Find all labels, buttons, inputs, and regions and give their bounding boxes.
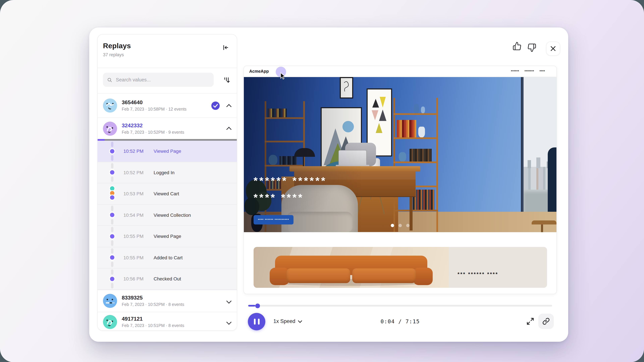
pause-icon [254,319,256,325]
product-text-panel: *** ****** **** [449,247,547,288]
event-row-logged-in[interactable]: 10:52 PM Logged In [98,162,237,183]
event-label: Checked Out [154,276,181,282]
session-row-3654640[interactable]: 3654640 Feb 7, 2023 · 10:58PM · 12 event… [98,93,237,118]
event-row-viewed-page-1[interactable]: 10:52 PM Viewed Page [98,141,237,162]
event-row-viewed-collection[interactable]: 10:54 PM Viewed Collection [98,204,237,226]
session-info: 3242332 Feb 7, 2023 · 10:52PM · 9 events [122,122,222,135]
page-title: Replays [103,42,232,50]
event-dot-teal [110,186,114,191]
event-row-checked-out[interactable]: 10:56 PM Checked Out [98,268,237,290]
check-badge-icon [211,101,220,110]
masked-nav-item: **** [540,70,545,73]
carousel-dot-active[interactable] [391,224,394,227]
avatar [103,121,117,136]
thumbs-down-icon [527,43,536,52]
session-info: 3654640 Feb 7, 2023 · 10:58PM · 12 event… [122,100,206,112]
event-row-viewed-cart[interactable]: 10:53 PM Viewed Cart [98,183,237,204]
event-time: 10:52 PM [124,170,154,175]
collapse-sidebar-button[interactable] [222,44,230,51]
event-time: 10:53 PM [124,191,154,196]
event-dot [110,255,114,260]
session-meta: Feb 7, 2023 · 10:52PM · 9 events [122,130,222,135]
couch-cushion [286,268,350,283]
fullscreen-button[interactable] [526,317,534,325]
masked-cta-label: **** ****** ********** [258,218,289,221]
link-icon [542,318,550,325]
avatar [103,315,117,329]
session-row-3242332[interactable]: 3242332 Feb 7, 2023 · 10:52PM · 9 events [98,118,237,139]
session-progress-fill [98,139,105,141]
event-label: Added to Cart [154,255,183,260]
event-time: 10:52 PM [124,149,154,154]
session-playback-progress[interactable] [98,139,237,141]
replay-viewport: AcmeApp ****** ******* **** [244,66,557,294]
event-label: Viewed Page [154,234,181,239]
carousel-dot[interactable] [398,224,402,227]
replays-sidebar: Replays 37 replays [97,34,237,331]
session-row-8339325[interactable]: 8339325 Feb 7, 2023 · 10:52PM · 8 events [98,290,237,312]
speed-selector[interactable]: 1x Speed [273,318,301,324]
collapse-left-icon [222,44,230,51]
chevron-up-icon[interactable] [226,104,232,109]
session-id: 3654640 [122,100,206,106]
event-list: 10:52 PM Viewed Page 10:52 PM Logged In … [98,141,237,290]
chevron-down-icon[interactable] [226,319,232,325]
search-section [98,68,237,93]
masked-nav-item: ******* [524,70,534,73]
chevron-down-icon[interactable] [226,298,232,303]
session-id: 8339325 [122,295,222,301]
playback-progress-handle[interactable] [255,304,260,308]
sort-button[interactable] [223,76,231,84]
event-row-added-to-cart[interactable]: 10:55 PM Added to Cart [98,247,237,268]
event-time: 10:56 PM [124,276,154,282]
replay-modal: Replays 37 replays [89,27,568,342]
event-dot-orange [110,191,114,195]
product-section: *** ****** **** [254,247,547,288]
session-info: 4917121 Feb 7, 2023 · 10:51PM · 8 events [122,316,222,328]
event-label: Logged In [154,170,174,175]
couch-cushion [352,268,416,283]
couch-product-image [254,247,449,288]
session-meta: Feb 7, 2023 · 10:58PM · 12 events [122,107,206,112]
event-time: 10:55 PM [124,255,154,260]
close-button[interactable] [546,41,560,56]
event-dot [110,195,114,200]
thumbs-up-button[interactable] [512,41,522,51]
masked-cta-button[interactable]: **** ****** ********** [254,215,294,224]
session-info: 8339325 Feb 7, 2023 · 10:52PM · 8 events [122,295,222,307]
speed-label: 1x Speed [273,318,295,324]
copy-link-button[interactable] [538,314,554,329]
session-row-4917121[interactable]: 4917121 Feb 7, 2023 · 10:51PM · 8 events [98,312,237,331]
replay-count: 37 replays [103,52,232,57]
stage: Replays 37 replays [0,0,644,362]
search-box[interactable] [103,73,214,87]
event-dot [110,170,114,175]
masked-nav-links: ****** ******* **** [511,66,545,77]
event-dot [110,149,114,154]
close-icon [550,46,556,52]
replayed-app-topbar: AcmeApp ****** ******* **** [244,66,556,77]
replay-hero-image: ****** ****** **** **** **** ****** ****… [244,77,556,232]
pause-button[interactable] [248,313,265,330]
carousel-dot[interactable] [406,224,410,227]
session-id: 4917121 [122,316,222,322]
avatar [103,294,117,308]
event-label: Viewed Collection [154,212,191,218]
thumbs-up-icon [512,41,522,51]
playback-progress-bar[interactable] [248,305,552,307]
thumbs-down-button[interactable] [527,43,536,52]
replayed-app-logo: AcmeApp [249,69,269,74]
event-dot [110,277,114,281]
event-label: Viewed Page [154,149,181,154]
event-row-viewed-page-2[interactable]: 10:55 PM Viewed Page [98,226,237,247]
search-icon [107,77,112,83]
event-time: 10:54 PM [124,212,154,218]
masked-hero-heading-line1: ****** ****** [254,175,327,187]
event-label: Viewed Cart [154,191,179,196]
playback-progress-fill [248,305,255,307]
chevron-up-icon[interactable] [226,127,232,132]
feedback-controls [512,41,560,56]
search-input[interactable] [115,77,210,83]
masked-product-text: *** ****** **** [458,271,498,277]
masked-nav-item: ****** [511,70,519,73]
